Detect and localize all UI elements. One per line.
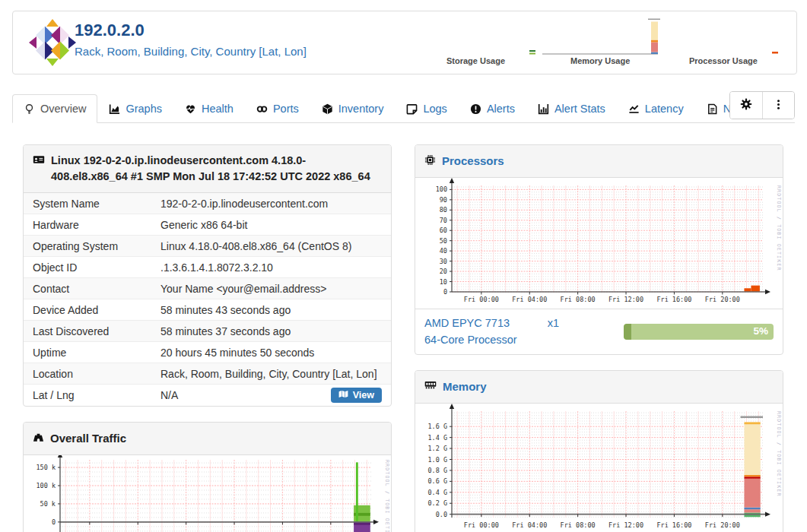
- mini-label-memory-usage[interactable]: Memory Usage: [570, 56, 630, 65]
- bar-chart-icon: [538, 103, 549, 115]
- traffic-graph[interactable]: 050 k100 k150 kRRDTOOL / TOBI OETIKER: [24, 455, 391, 532]
- row-label: Uptime: [33, 347, 160, 359]
- row-label: Operating System: [33, 240, 160, 252]
- processor-link[interactable]: AMD EPYC 7713: [424, 315, 517, 332]
- table-row: System Name192-0-2-0.ip.linodeuserconten…: [24, 193, 391, 214]
- microchip-icon: [424, 154, 436, 166]
- svg-text:100 k: 100 k: [36, 482, 56, 489]
- row-label: System Name: [33, 198, 160, 210]
- device-title: 192.0.2.0: [75, 21, 145, 40]
- row-value: 20 hours 45 minutes 50 seconds: [160, 347, 314, 359]
- tab-latency[interactable]: Latency: [617, 94, 695, 123]
- row-label: Contact: [33, 283, 160, 295]
- processors-panel: Processors 0102030405060708090100Fri 00:…: [415, 144, 783, 355]
- row-label: Location: [33, 368, 160, 380]
- svg-text:0.8 G: 0.8 G: [427, 467, 447, 474]
- svg-text:80: 80: [440, 206, 447, 214]
- table-row: LocationRack, Room, Building, City, Coun…: [24, 363, 391, 384]
- svg-text:RRDTOOL / TOBI OETIKER: RRDTOOL / TOBI OETIKER: [776, 185, 782, 271]
- sticky-note-icon: [406, 103, 418, 115]
- traffic-panel-header: Overall Traffic: [24, 423, 391, 455]
- tab-health[interactable]: Health: [173, 94, 245, 123]
- tab-label: Overview: [40, 103, 86, 115]
- table-row: HardwareGeneric x86 64-bit: [24, 214, 391, 235]
- centos-logo: [28, 18, 77, 67]
- tab-logs[interactable]: Logs: [395, 94, 458, 123]
- table-row: Device Added58 minutes 43 seconds ago: [24, 299, 391, 320]
- right-column: Processors 0102030405060708090100Fri 00:…: [415, 144, 783, 532]
- tab-label: Graphs: [125, 103, 162, 115]
- tab-label: Alert Stats: [554, 103, 605, 115]
- tab-inventory[interactable]: Inventory: [310, 94, 396, 123]
- cpu-usage-fill: [624, 324, 631, 340]
- row-value: Linux 4.18.0-408.el8.x86_64 (CentOS 8): [160, 240, 351, 252]
- table-row: Uptime20 hours 45 minutes 50 seconds: [24, 341, 391, 363]
- svg-text:Fri 12:00: Fri 12:00: [608, 521, 643, 529]
- lightbulb-icon: [24, 103, 35, 115]
- view-button-label: View: [353, 390, 374, 401]
- view-location-button[interactable]: View: [331, 388, 382, 403]
- tab-overview[interactable]: Overview: [12, 94, 97, 123]
- table-row: Operating SystemLinux 4.18.0-408.el8.x86…: [24, 235, 391, 256]
- svg-text:Fri 00:00: Fri 00:00: [464, 521, 499, 529]
- tab-ports[interactable]: Ports: [245, 94, 310, 123]
- tab-alert-stats[interactable]: Alert Stats: [526, 94, 617, 123]
- processors-graph[interactable]: 0102030405060708090100Fri 00:00Fri 04:00…: [415, 178, 783, 309]
- tab-label: Inventory: [338, 103, 384, 115]
- svg-text:Fri 20:00: Fri 20:00: [705, 296, 740, 303]
- table-row: Last Discovered58 minutes 37 seconds ago: [24, 320, 391, 341]
- tab-label: Logs: [423, 103, 446, 115]
- svg-text:0.2 G: 0.2 G: [427, 499, 447, 507]
- gear-icon: [740, 98, 752, 112]
- line-chart-icon: [628, 103, 640, 115]
- map-icon: [338, 390, 348, 401]
- processor-row: AMD EPYC 7713 x1 64-Core Processor 5%: [415, 309, 783, 355]
- more-actions-button[interactable]: [762, 92, 794, 119]
- svg-text:Fri 12:00: Fri 12:00: [608, 296, 643, 303]
- table-row: Lat / LngN/AView: [24, 384, 391, 406]
- heartbeat-icon: [185, 103, 196, 115]
- svg-text:30: 30: [440, 257, 447, 264]
- tab-graphs[interactable]: Graphs: [97, 94, 173, 123]
- tab-bar: OverviewGraphsHealthPortsInventoryLogsAl…: [12, 90, 795, 123]
- tab-label: Latency: [645, 103, 684, 115]
- memory-title: Memory: [443, 378, 487, 395]
- svg-text:Fri 20:00: Fri 20:00: [705, 521, 740, 529]
- row-value: Generic x86 64-bit: [160, 219, 247, 231]
- processor-count: x1: [548, 315, 559, 332]
- device-header-card: 192.0.2.0 Rack, Room, Building, City, Co…: [12, 11, 797, 74]
- processor-link-line2[interactable]: 64-Core Processor: [424, 332, 517, 349]
- row-label: Object ID: [33, 261, 160, 274]
- svg-text:100: 100: [436, 185, 447, 193]
- svg-text:60: 60: [440, 226, 447, 234]
- svg-text:Fri 08:00: Fri 08:00: [561, 296, 596, 303]
- svg-text:40: 40: [440, 247, 447, 255]
- device-location-link[interactable]: Rack, Room, Building, City, Country [Lat…: [75, 45, 307, 58]
- tab-label: Alerts: [487, 103, 515, 115]
- svg-text:1.2 G: 1.2 G: [427, 445, 447, 452]
- svg-text:Fri 08:00: Fri 08:00: [561, 521, 596, 529]
- system-panel: Linux 192-0-2-0.ip.linodeusercontent.com…: [23, 144, 392, 407]
- svg-text:0.0: 0.0: [436, 511, 447, 518]
- svg-text:150 k: 150 k: [36, 464, 56, 471]
- tab-alerts[interactable]: Alerts: [459, 94, 526, 123]
- svg-text:0.6 G: 0.6 G: [427, 477, 447, 485]
- overall-traffic-panel: Overall Traffic 050 k100 k150 kRRDTOOL /…: [23, 422, 392, 532]
- settings-button[interactable]: [730, 92, 762, 119]
- id-card-icon: [33, 154, 45, 165]
- link-icon: [256, 103, 268, 115]
- binoculars-icon: [33, 432, 44, 443]
- device-action-buttons: [729, 91, 795, 119]
- cube-icon: [322, 103, 333, 115]
- svg-text:90: 90: [440, 196, 447, 204]
- mini-label-storage-usage[interactable]: Storage Usage: [446, 56, 505, 65]
- svg-text:1.0 G: 1.0 G: [427, 456, 447, 464]
- svg-text:20: 20: [440, 268, 447, 275]
- svg-text:Fri 04:00: Fri 04:00: [512, 296, 547, 303]
- memory-graph[interactable]: 0.00.2 G0.4 G0.6 G0.8 G1.0 G1.2 G1.4 G1.…: [415, 404, 783, 532]
- row-label: Lat / Lng: [33, 389, 160, 401]
- exclamation-circle-icon: [470, 103, 481, 115]
- mini-label-processor-usage[interactable]: Processor Usage: [689, 56, 758, 65]
- svg-text:1.4 G: 1.4 G: [427, 434, 447, 442]
- left-column: Linux 192-0-2-0.ip.linodeusercontent.com…: [23, 144, 392, 532]
